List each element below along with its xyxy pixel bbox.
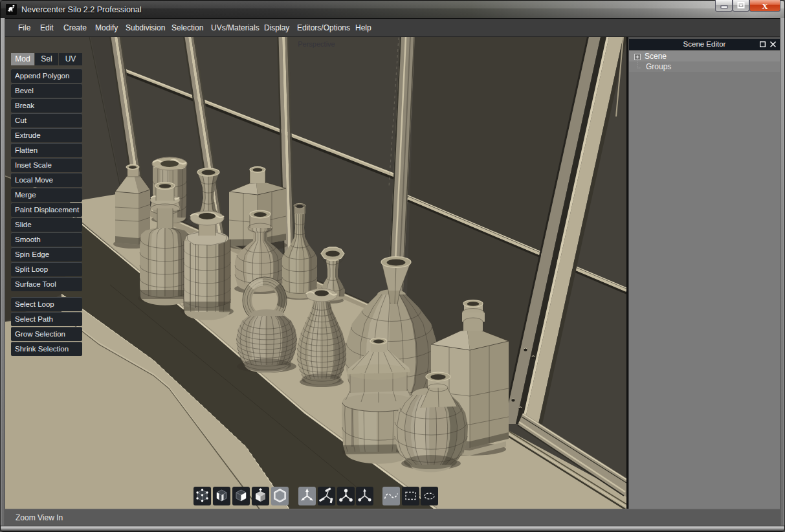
svg-text:X: X — [762, 1, 768, 11]
svg-text:Perspective: Perspective — [298, 40, 335, 48]
